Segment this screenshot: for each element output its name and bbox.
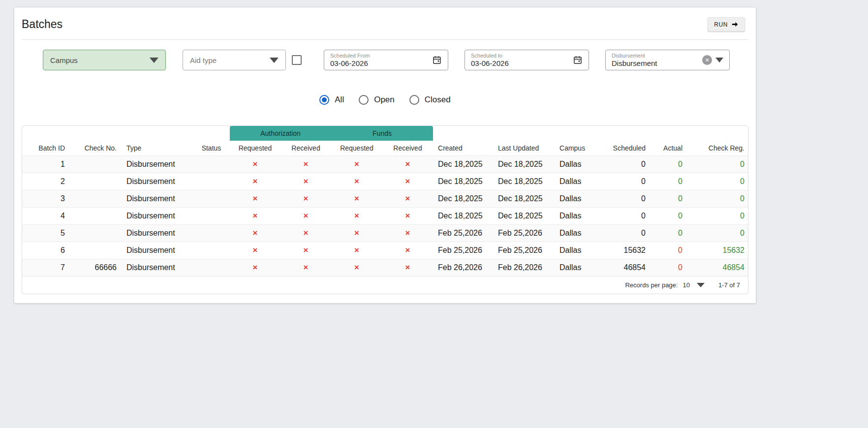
table-group-header-row: Authorization Funds	[22, 126, 748, 141]
chevron-down-icon[interactable]	[697, 283, 705, 287]
last-updated-cell: Dec 18,2025	[493, 173, 555, 190]
batch-id-cell: 7	[22, 259, 70, 276]
calendar-icon[interactable]	[432, 55, 442, 65]
aid-type-select[interactable]: Aid type	[183, 50, 286, 70]
status-cell	[193, 155, 230, 173]
campus-cell: Dallas	[555, 173, 599, 190]
col-header-scheduled: Scheduled	[599, 141, 651, 155]
check-no-cell	[70, 190, 122, 207]
batch-id-cell: 5	[22, 224, 70, 242]
funds-received-cell: ×	[382, 224, 433, 242]
status-cell	[193, 190, 230, 207]
col-header-campus: Campus	[555, 141, 599, 155]
type-cell: Disbursement	[122, 155, 193, 173]
calendar-icon[interactable]	[573, 55, 583, 65]
radio-closed[interactable]: Closed	[409, 95, 451, 105]
table-row[interactable]: 6Disbursement××××Feb 25,2026Feb 25,2026D…	[22, 242, 748, 259]
table-row[interactable]: 3Disbursement××××Dec 18,2025Dec 18,2025D…	[22, 190, 748, 207]
aid-type-select-label: Aid type	[190, 56, 217, 64]
batches-card: Batches RUN Campus Aid type Scheduled Fr…	[14, 7, 756, 304]
run-button[interactable]: RUN	[708, 17, 745, 31]
batch-id-cell: 3	[22, 190, 70, 207]
disbursement-select[interactable]: Disbursement Disbursement ✕	[605, 50, 730, 70]
scheduled-from-value: 03-06-2026	[330, 59, 370, 67]
actual-cell: 0	[651, 224, 687, 242]
status-cell	[193, 224, 230, 242]
chevron-down-icon	[715, 58, 723, 62]
batch-id-cell: 6	[22, 242, 70, 259]
auth-requested-cell: ×	[230, 207, 280, 224]
check-no-cell: 66666	[70, 259, 122, 276]
status-radio-group: AllOpenClosed	[14, 95, 756, 105]
scheduled-to-label: Scheduled to	[471, 53, 509, 59]
scheduled-cell: 15632	[599, 242, 651, 259]
actual-cell: 0	[651, 190, 687, 207]
radio-icon	[319, 95, 329, 105]
table-column-header-row: Batch ID Check No. Type Status Requested…	[22, 141, 748, 155]
chevron-down-icon	[270, 58, 279, 63]
status-cell	[193, 207, 230, 224]
type-cell: Disbursement	[122, 259, 193, 276]
clear-icon[interactable]: ✕	[702, 55, 712, 65]
auth-requested-cell: ×	[230, 173, 280, 190]
type-cell: Disbursement	[122, 242, 193, 259]
auth-received-cell: ×	[280, 242, 331, 259]
disbursement-texts: Disbursement Disbursement	[612, 53, 657, 67]
col-header-status: Status	[193, 141, 230, 155]
filter-checkbox[interactable]	[292, 55, 302, 65]
auth-requested-cell: ×	[230, 259, 280, 276]
last-updated-cell: Feb 26,2026	[493, 259, 555, 276]
check-no-cell	[70, 173, 122, 190]
card-header: Batches RUN	[14, 7, 756, 39]
last-updated-cell: Dec 18,2025	[493, 207, 555, 224]
actual-cell: 0	[651, 242, 687, 259]
col-header-check-no: Check No.	[70, 141, 122, 155]
check-reg-cell: 15632	[687, 242, 748, 259]
auth-received-cell: ×	[280, 155, 331, 173]
table-row[interactable]: 4Disbursement××××Dec 18,2025Dec 18,2025D…	[22, 207, 748, 224]
scheduled-from-texts: Scheduled From 03-06-2026	[330, 53, 370, 67]
campus-select-label: Campus	[50, 56, 78, 64]
funds-received-cell: ×	[382, 155, 433, 173]
table-row[interactable]: 766666Disbursement××××Feb 26,2026Feb 26,…	[22, 259, 748, 276]
radio-label: All	[335, 95, 344, 105]
disbursement-label: Disbursement	[612, 53, 657, 59]
table-row[interactable]: 2Disbursement××××Dec 18,2025Dec 18,2025D…	[22, 173, 748, 190]
campus-cell: Dallas	[555, 259, 599, 276]
type-cell: Disbursement	[122, 173, 193, 190]
scheduled-to-field[interactable]: Scheduled to 03-06-2026	[465, 50, 589, 70]
check-reg-cell: 0	[687, 207, 748, 224]
scheduled-from-field[interactable]: Scheduled From 03-06-2026	[324, 50, 448, 70]
last-updated-cell: Feb 25,2026	[493, 224, 555, 242]
funds-requested-cell: ×	[331, 259, 382, 276]
col-header-type: Type	[122, 141, 193, 155]
batches-table: Authorization Funds Batch ID Check No. T…	[22, 126, 748, 276]
funds-requested-cell: ×	[331, 207, 382, 224]
group-header-funds: Funds	[331, 126, 433, 141]
funds-requested-cell: ×	[331, 224, 382, 242]
funds-requested-cell: ×	[331, 173, 382, 190]
table-row[interactable]: 5Disbursement××××Feb 25,2026Feb 25,2026D…	[22, 224, 748, 242]
chevron-down-icon	[150, 58, 158, 63]
table-row[interactable]: 1Disbursement××××Dec 18,2025Dec 18,2025D…	[22, 155, 748, 173]
check-reg-cell: 0	[687, 224, 748, 242]
radio-all[interactable]: All	[319, 95, 344, 105]
type-cell: Disbursement	[122, 190, 193, 207]
campus-select[interactable]: Campus	[43, 50, 166, 70]
col-header-last-updated: Last Updated	[493, 141, 555, 155]
radio-open[interactable]: Open	[359, 95, 395, 105]
check-reg-cell: 0	[687, 173, 748, 190]
disbursement-value: Disbursement	[612, 59, 657, 67]
records-per-page-value[interactable]: 10	[682, 281, 689, 289]
campus-cell: Dallas	[555, 155, 599, 173]
col-header-batch-id: Batch ID	[22, 141, 70, 155]
status-cell	[193, 173, 230, 190]
scheduled-cell: 0	[599, 224, 651, 242]
campus-cell: Dallas	[555, 242, 599, 259]
records-per-page-label: Records per page:	[625, 281, 678, 289]
col-header-auth-requested: Requested	[230, 141, 280, 155]
group-header-blank	[433, 126, 748, 141]
batches-table-card: Authorization Funds Batch ID Check No. T…	[22, 125, 748, 294]
funds-received-cell: ×	[382, 190, 433, 207]
page-title: Batches	[22, 18, 62, 31]
